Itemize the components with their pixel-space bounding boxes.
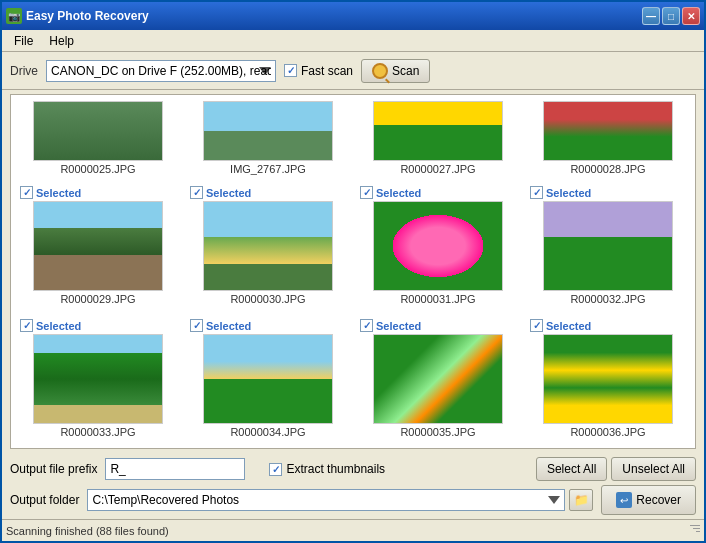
bottom-row1: Output file prefix Extract thumbnails Se… bbox=[10, 457, 696, 481]
list-item[interactable]: IMG_2767.JPG bbox=[185, 99, 351, 177]
photo-selected-indicator: Selected bbox=[360, 186, 421, 199]
list-item[interactable]: Selected R0000033.JPG bbox=[15, 314, 181, 443]
photo-name: R0000027.JPG bbox=[400, 163, 475, 175]
menu-help[interactable]: Help bbox=[41, 32, 82, 50]
photo-selected-indicator: Selected bbox=[360, 319, 421, 332]
output-folder-label: Output folder bbox=[10, 493, 79, 507]
photo-select-checkbox[interactable] bbox=[190, 186, 203, 199]
photo-thumbnail bbox=[373, 201, 503, 291]
recover-icon: ↩ bbox=[616, 492, 632, 508]
list-item[interactable]: R0000027.JPG bbox=[355, 99, 521, 177]
extract-thumbnails-check: Extract thumbnails bbox=[269, 462, 385, 476]
folder-select[interactable]: C:\Temp\Recovered Photos bbox=[87, 489, 565, 511]
selected-label: Selected bbox=[376, 187, 421, 199]
recover-button[interactable]: ↩ Recover bbox=[601, 485, 696, 515]
photo-name: R0000031.JPG bbox=[400, 293, 475, 305]
scan-icon bbox=[372, 63, 388, 79]
fast-scan-check: Fast scan bbox=[284, 64, 353, 78]
selected-label: Selected bbox=[376, 320, 421, 332]
photo-thumbnail bbox=[203, 334, 333, 424]
photo-name: R0000036.JPG bbox=[570, 426, 645, 438]
minimize-button[interactable]: — bbox=[642, 7, 660, 25]
photo-name: R0000033.JPG bbox=[60, 426, 135, 438]
folder-icon: 📁 bbox=[574, 493, 589, 507]
photo-thumbnail bbox=[543, 201, 673, 291]
photo-name: R0000035.JPG bbox=[400, 426, 475, 438]
photo-select-checkbox[interactable] bbox=[360, 319, 373, 332]
photo-select-checkbox[interactable] bbox=[360, 186, 373, 199]
list-item[interactable]: Selected R0000036.JPG bbox=[525, 314, 691, 443]
list-item[interactable]: Selected R0000029.JPG bbox=[15, 181, 181, 310]
title-bar: 📷 Easy Photo Recovery — □ ✕ bbox=[2, 2, 704, 30]
photo-selected-indicator: Selected bbox=[190, 186, 251, 199]
photo-select-checkbox[interactable] bbox=[20, 319, 33, 332]
photo-grid-container: R0000025.JPG IMG_2767.JPG R0000027.JPG R… bbox=[10, 94, 696, 449]
resize-grip[interactable] bbox=[688, 525, 700, 537]
selected-label: Selected bbox=[546, 320, 591, 332]
menu-file[interactable]: File bbox=[6, 32, 41, 50]
window-controls: — □ ✕ bbox=[642, 7, 700, 25]
select-unselect-buttons: Select All Unselect All bbox=[536, 457, 696, 481]
photo-selected-indicator: Selected bbox=[20, 186, 81, 199]
photo-selected-indicator: Selected bbox=[20, 319, 81, 332]
photo-selected-indicator: Selected bbox=[190, 319, 251, 332]
bottom-area: Output file prefix Extract thumbnails Se… bbox=[2, 453, 704, 519]
photo-name: R0000032.JPG bbox=[570, 293, 645, 305]
photo-thumbnail bbox=[373, 334, 503, 424]
output-prefix-label: Output file prefix bbox=[10, 462, 97, 476]
photo-select-checkbox[interactable] bbox=[530, 186, 543, 199]
close-button[interactable]: ✕ bbox=[682, 7, 700, 25]
select-all-button[interactable]: Select All bbox=[536, 457, 607, 481]
grip-line bbox=[696, 531, 700, 532]
status-text: Scanning finished (88 files found) bbox=[6, 525, 169, 537]
grip-line bbox=[693, 528, 700, 529]
photo-thumbnail bbox=[203, 101, 333, 161]
fast-scan-checkbox[interactable] bbox=[284, 64, 297, 77]
photo-selected-indicator: Selected bbox=[530, 186, 591, 199]
selected-label: Selected bbox=[206, 320, 251, 332]
list-item[interactable]: Selected R0000035.JPG bbox=[355, 314, 521, 443]
photo-select-checkbox[interactable] bbox=[20, 186, 33, 199]
list-item[interactable]: Selected R0000032.JPG bbox=[525, 181, 691, 310]
photo-select-checkbox[interactable] bbox=[530, 319, 543, 332]
selected-label: Selected bbox=[36, 187, 81, 199]
photo-name: R0000025.JPG bbox=[60, 163, 135, 175]
photo-select-checkbox[interactable] bbox=[190, 319, 203, 332]
scan-button[interactable]: Scan bbox=[361, 59, 430, 83]
maximize-button[interactable]: □ bbox=[662, 7, 680, 25]
status-bar: Scanning finished (88 files found) bbox=[2, 519, 704, 541]
photo-thumbnail bbox=[33, 334, 163, 424]
extract-thumbnails-label: Extract thumbnails bbox=[286, 462, 385, 476]
grip-line bbox=[690, 525, 700, 526]
drive-select[interactable]: CANON_DC on Drive F (252.00MB), ready bbox=[46, 60, 276, 82]
photo-name: R0000034.JPG bbox=[230, 426, 305, 438]
bottom-row2: Output folder C:\Temp\Recovered Photos 📁… bbox=[10, 485, 696, 515]
list-item[interactable]: Selected R0000031.JPG bbox=[355, 181, 521, 310]
list-item[interactable]: R0000028.JPG bbox=[525, 99, 691, 177]
photo-grid[interactable]: R0000025.JPG IMG_2767.JPG R0000027.JPG R… bbox=[11, 95, 695, 448]
menu-bar: File Help bbox=[2, 30, 704, 52]
folder-browse-button[interactable]: 📁 bbox=[569, 489, 593, 511]
photo-thumbnail bbox=[33, 201, 163, 291]
unselect-all-button[interactable]: Unselect All bbox=[611, 457, 696, 481]
folder-input-row: C:\Temp\Recovered Photos 📁 bbox=[87, 489, 593, 511]
selected-label: Selected bbox=[36, 320, 81, 332]
toolbar: Drive CANON_DC on Drive F (252.00MB), re… bbox=[2, 52, 704, 90]
photo-thumbnail bbox=[543, 101, 673, 161]
photo-name: R0000029.JPG bbox=[60, 293, 135, 305]
list-item[interactable]: R0000025.JPG bbox=[15, 99, 181, 177]
drive-label: Drive bbox=[10, 64, 38, 78]
photo-thumbnail bbox=[33, 101, 163, 161]
list-item[interactable]: Selected R0000030.JPG bbox=[185, 181, 351, 310]
photo-selected-indicator: Selected bbox=[530, 319, 591, 332]
selected-label: Selected bbox=[546, 187, 591, 199]
photo-thumbnail bbox=[543, 334, 673, 424]
photo-name: R0000030.JPG bbox=[230, 293, 305, 305]
extract-thumbnails-checkbox[interactable] bbox=[269, 463, 282, 476]
list-item[interactable]: Selected R0000034.JPG bbox=[185, 314, 351, 443]
scan-label: Scan bbox=[392, 64, 419, 78]
photo-name: R0000028.JPG bbox=[570, 163, 645, 175]
prefix-input[interactable] bbox=[105, 458, 245, 480]
selected-label: Selected bbox=[206, 187, 251, 199]
app-icon: 📷 bbox=[6, 8, 22, 24]
